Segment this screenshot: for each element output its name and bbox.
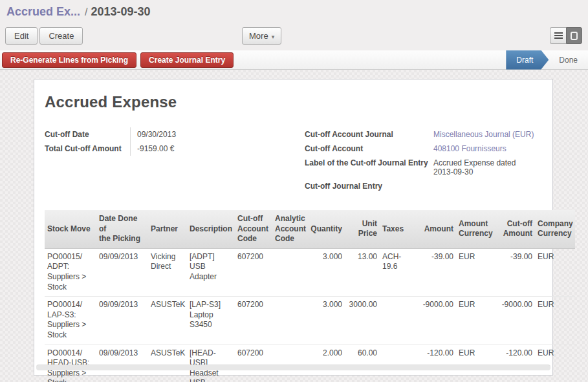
breadcrumb-separator: /	[85, 6, 87, 17]
table-row[interactable]: PO00014/ HEAD-USB: Suppliers > Stock09/0…	[45, 345, 575, 382]
field-row: Cut-off Account JournalMiscellaneous Jou…	[305, 127, 542, 142]
field-value-link[interactable]: Miscellaneous Journal (EUR)	[433, 127, 534, 142]
column-header[interactable]: Cut-off Amount	[496, 210, 535, 248]
cell	[380, 297, 416, 345]
cell: ASUSTeK	[148, 345, 187, 382]
cell: EUR	[535, 345, 575, 382]
regenerate-lines-button[interactable]: Re-Generate Lines from Picking	[2, 52, 136, 68]
cell: ACH-19.6	[380, 248, 416, 296]
cell: -120.00	[496, 345, 535, 382]
field-value: -9159.00 €	[131, 142, 174, 156]
cell	[272, 345, 306, 382]
form-view-button[interactable]	[566, 27, 582, 44]
cell: EUR	[456, 345, 496, 382]
form-sheet: Accrued Expense Cut-off Date09/30/2013To…	[34, 79, 553, 376]
view-switcher	[550, 27, 582, 44]
field-row: Cut-off Journal Entry	[305, 179, 542, 193]
column-header[interactable]: Description	[187, 210, 235, 248]
accrual-lines-table: Stock MoveDate Done of the PickingPartne…	[45, 210, 575, 382]
cell: 3.000	[306, 248, 345, 296]
status-draft: Draft	[506, 50, 549, 70]
status-done: Done	[549, 50, 588, 70]
list-view-button[interactable]	[550, 27, 566, 44]
create-button[interactable]: Create	[39, 27, 83, 45]
cell: EUR	[535, 297, 575, 345]
column-header[interactable]: Quantity	[306, 210, 345, 248]
create-journal-entry-button[interactable]: Create Journal Entry	[140, 52, 234, 68]
field-label: Cut-off Date	[45, 127, 131, 142]
cell: 3000.00	[345, 297, 380, 345]
field-value: 09/30/2013	[131, 127, 176, 142]
column-header[interactable]: Analytic Account Code	[272, 210, 306, 248]
cell: 60.00	[345, 345, 380, 382]
form-view-icon	[571, 32, 578, 40]
column-header[interactable]: Taxes	[380, 210, 416, 248]
cell	[380, 345, 416, 382]
control-panel: Accrued Ex.../2013-09-30 Edit Create Mor…	[0, 0, 588, 50]
column-header[interactable]: Stock Move	[45, 210, 96, 248]
more-dropdown-button[interactable]: More▾	[242, 27, 281, 45]
cell: 607200	[235, 297, 272, 345]
column-header[interactable]: Cut-off Account Code	[235, 210, 272, 248]
cell: [HEAD-USB] Headset USB	[187, 345, 235, 382]
field-row: Cut-off Date09/30/2013	[45, 127, 305, 142]
cell: 09/09/2013	[96, 248, 148, 296]
column-header[interactable]: Partner	[148, 210, 187, 248]
status-states: DraftDone	[506, 50, 588, 70]
more-label: More	[249, 31, 268, 41]
breadcrumb-parent-link[interactable]: Accrued Ex...	[6, 5, 80, 18]
column-header[interactable]: Amount Currency	[456, 210, 496, 248]
cell: -120.00	[416, 345, 456, 382]
field-value: Accrued Expense dated 2013-09-30	[433, 156, 516, 179]
cell: 3.000	[306, 297, 345, 345]
cell: 13.00	[345, 248, 380, 296]
cell: -9000.00	[496, 297, 535, 345]
cell: ASUSTeK	[148, 297, 187, 345]
breadcrumb-current: 2013-09-30	[91, 5, 151, 18]
cell: PO00014/ HEAD-USB: Suppliers > Stock	[45, 345, 96, 382]
action-buttons: Re-Generate Lines from PickingCreate Jou…	[2, 52, 234, 68]
field-label: Total Cut-off Amount	[45, 142, 131, 156]
edit-create-group: Edit Create	[5, 27, 83, 45]
statusbar: Re-Generate Lines from PickingCreate Jou…	[0, 50, 588, 70]
table-header-row: Stock MoveDate Done of the PickingPartne…	[45, 210, 575, 248]
cell: 09/09/2013	[96, 345, 148, 382]
field-row: Cut-off Account408100 Fournisseurs	[305, 142, 542, 156]
cell: 2.000	[306, 345, 345, 382]
column-header[interactable]: Unit Price	[345, 210, 380, 248]
field-row: Total Cut-off Amount-9159.00 €	[45, 142, 305, 156]
cell: [ADPT] USB Adapter	[187, 248, 235, 296]
cell: 09/09/2013	[96, 297, 148, 345]
chevron-down-icon: ▾	[272, 34, 275, 40]
page-title: Accrued Expense	[45, 93, 542, 111]
table-row[interactable]: PO00014/ LAP-S3: Suppliers > Stock09/09/…	[45, 297, 575, 345]
field-groups: Cut-off Date09/30/2013Total Cut-off Amou…	[45, 127, 542, 193]
cell: 607200	[235, 248, 272, 296]
table-row[interactable]: PO00015/ ADPT: Suppliers > Stock09/09/20…	[45, 248, 575, 296]
field-group-right: Cut-off Account JournalMiscellaneous Jou…	[305, 127, 542, 193]
field-value-link[interactable]: 408100 Fournisseurs	[433, 142, 506, 156]
column-header[interactable]: Date Done of the Picking	[96, 210, 148, 248]
field-group-left: Cut-off Date09/30/2013Total Cut-off Amou…	[45, 127, 305, 193]
field-label: Cut-off Account Journal	[305, 127, 433, 142]
cell: -39.00	[416, 248, 456, 296]
cell	[272, 297, 306, 345]
cell: PO00015/ ADPT: Suppliers > Stock	[45, 248, 96, 296]
cell: 607200	[235, 345, 272, 382]
cell: EUR	[456, 297, 496, 345]
list-view-icon	[554, 32, 563, 34]
edit-button[interactable]: Edit	[5, 27, 38, 45]
cell: EUR	[456, 248, 496, 296]
field-label: Cut-off Account	[305, 142, 433, 156]
breadcrumb: Accrued Ex.../2013-09-30	[6, 5, 583, 19]
cell: [LAP-S3] Laptop S3450	[187, 297, 235, 345]
field-row: Label of the Cut-off Journal EntryAccrue…	[305, 156, 542, 179]
column-header[interactable]: Amount	[416, 210, 456, 248]
cell: PO00014/ LAP-S3: Suppliers > Stock	[45, 297, 96, 345]
field-label: Cut-off Journal Entry	[305, 179, 433, 193]
cell: -9000.00	[416, 297, 456, 345]
cell: EUR	[535, 248, 575, 296]
column-header[interactable]: Company Currency	[535, 210, 575, 248]
cell: -39.00	[496, 248, 535, 296]
horizontal-scrollbar[interactable]	[36, 365, 550, 370]
